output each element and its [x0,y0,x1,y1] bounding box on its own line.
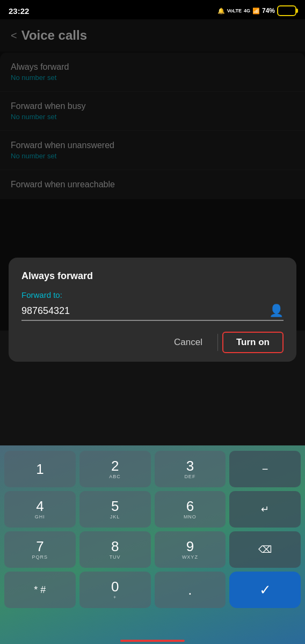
dialog-input-row: 👤 [21,304,284,321]
key-backspace[interactable]: ⌫ [229,531,301,568]
key-enter[interactable]: ↵ [229,491,301,528]
key-2-main: 2 [111,459,119,473]
always-forward-dialog: Always forward Forward to: 👤 Cancel Turn… [9,258,296,362]
key-0-sub: + [113,595,117,600]
key-3-sub: DEF [184,474,195,479]
volte-icon: VoLTE [227,8,242,13]
keyboard-row-2: 4 GHI 5 JKL 6 MNO ↵ [4,491,301,528]
key-star-hash-main: * # [34,585,46,595]
key-1-main: 1 [36,462,43,476]
key-8-main: 8 [111,539,119,553]
key-minus-main: − [262,464,268,474]
key-2[interactable]: 2 ABC [79,451,151,487]
4g-icon: 4G [244,8,250,13]
keyboard-row-bottom: * # 0 + . ✓ [4,572,301,608]
key-7[interactable]: 7 PQRS [4,531,76,568]
button-divider [217,334,218,351]
contact-picker-icon[interactable]: 👤 [269,304,284,318]
key-4[interactable]: 4 GHI [4,491,76,528]
key-5-main: 5 [111,499,119,513]
key-enter-main: ↵ [261,504,269,514]
signal-icon: 📶 [252,8,260,14]
home-indicator [120,640,185,642]
forward-number-input[interactable] [21,305,269,317]
key-9-sub: WXYZ [182,554,198,560]
key-dot-main: . [188,583,192,597]
key-0-main: 0 [111,580,119,594]
key-star-hash[interactable]: * # [4,572,76,608]
status-time: 23:22 [9,6,29,16]
keyboard-row-3: 7 PQRS 8 TUV 9 WXYZ ⌫ [4,531,301,568]
key-4-main: 4 [36,499,43,513]
key-5-sub: JKL [110,514,120,519]
status-icons: 🔔 VoLTE 4G 📶 74% [217,5,296,16]
key-6-sub: MNO [184,514,197,519]
key-dot[interactable]: . [155,572,226,608]
key-0[interactable]: 0 + [79,572,151,608]
key-confirm[interactable]: ✓ [229,572,301,608]
key-6[interactable]: 6 MNO [155,491,226,528]
keyboard: 1 2 ABC 3 DEF − 4 GHI 5 JKL 6 MNO ↵ [0,445,305,644]
key-7-sub: PQRS [32,554,48,560]
key-6-main: 6 [186,499,194,513]
dialog-label: Forward to: [21,290,284,299]
dialog-title: Always forward [21,270,284,282]
key-8[interactable]: 8 TUV [79,531,151,568]
turn-on-button[interactable]: Turn on [222,332,284,353]
key-minus[interactable]: − [229,451,301,487]
cancel-button[interactable]: Cancel [163,333,213,352]
keyboard-row-1: 1 2 ABC 3 DEF − [4,451,301,487]
key-4-sub: GHI [35,514,45,519]
key-confirm-icon: ✓ [259,583,271,597]
battery-percent: 74% [262,7,275,14]
key-9[interactable]: 9 WXYZ [155,531,226,568]
alarm-icon: 🔔 [217,8,225,14]
key-1[interactable]: 1 [4,451,76,487]
key-3-main: 3 [186,459,194,473]
key-7-main: 7 [36,539,43,553]
key-8-sub: TUV [110,554,121,560]
battery-icon [277,5,296,16]
key-2-sub: ABC [109,474,121,479]
dialog-buttons: Cancel Turn on [21,332,284,353]
key-9-main: 9 [186,539,194,553]
key-5[interactable]: 5 JKL [79,491,151,528]
key-backspace-icon: ⌫ [258,545,272,554]
status-bar: 23:22 🔔 VoLTE 4G 📶 74% [0,0,305,19]
key-3[interactable]: 3 DEF [155,451,226,487]
